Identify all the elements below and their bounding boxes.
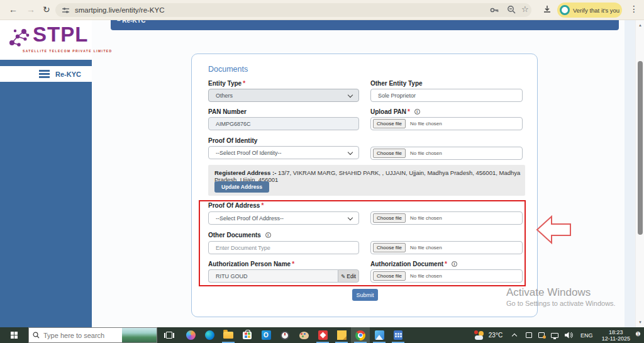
page-scrollbar[interactable]: ▲ ▼	[635, 20, 644, 327]
pencil-icon: ✎	[341, 273, 345, 279]
taskbar-app-edge[interactable]	[200, 327, 219, 343]
clock-app-icon	[280, 331, 289, 340]
authorization-document-file-input[interactable]: Choose file No file chosen	[370, 269, 523, 283]
authorization-person-name-group: ✎ Edit	[208, 269, 359, 283]
tray-expand-icon[interactable]	[512, 334, 517, 339]
verify-profile-button[interactable]: Verify that it's you	[557, 3, 622, 18]
page-right-gutter	[625, 20, 635, 327]
update-address-button[interactable]: Update Address	[214, 181, 269, 193]
system-tray: 23°C ENG 18:23 12-11-2025 1	[471, 327, 644, 343]
choose-file-button[interactable]: Choose file	[373, 119, 406, 128]
page-header-bar: – Re-KYC	[111, 20, 619, 30]
taskbar-app-paint[interactable]	[294, 327, 313, 343]
stpl-logo-icon	[6, 25, 31, 50]
red-app-icon	[318, 330, 328, 340]
microsoft-store-icon	[243, 332, 252, 339]
chevron-down-icon	[348, 150, 353, 155]
activate-windows-watermark-subtitle: Go to Settings to activate Windows.	[506, 300, 616, 307]
taskbar-app-calculator[interactable]	[389, 327, 408, 343]
paint-icon	[299, 332, 309, 339]
file-status-text: No file chosen	[410, 273, 442, 279]
zoom-icon[interactable]	[507, 5, 516, 14]
search-input[interactable]	[43, 332, 122, 339]
proof-of-address-file-input[interactable]: Choose file No file chosen	[370, 211, 523, 225]
other-documents-file-input[interactable]: Choose file No file chosen	[370, 241, 523, 254]
page-header-title: – Re-KYC	[117, 20, 619, 24]
other-entity-type-label: Other Entity Type	[370, 80, 423, 87]
info-icon[interactable]: i	[452, 261, 457, 267]
start-button[interactable]	[0, 327, 28, 343]
forward-button[interactable]: →	[26, 4, 35, 14]
tray-app-window-icon[interactable]	[526, 332, 532, 338]
info-icon[interactable]: i	[265, 232, 271, 238]
tray-alert-icon[interactable]	[538, 332, 545, 338]
sidebar-body	[0, 82, 92, 327]
photos-icon	[375, 330, 384, 340]
bookmark-star-icon[interactable]: ☆	[521, 4, 529, 14]
verify-label: Verify that it's you	[573, 7, 619, 14]
entity-type-select[interactable]: Others	[208, 89, 359, 102]
address-bar[interactable]: smartping.live/entity/re-KYC	[55, 3, 531, 17]
submit-button[interactable]: Submit	[352, 289, 378, 301]
choose-file-button[interactable]: Choose file	[373, 271, 406, 281]
taskbar-app-store[interactable]	[238, 327, 257, 343]
calculator-icon	[394, 330, 402, 340]
taskbar-app-outlook[interactable]: O	[257, 327, 275, 343]
taskbar-app-photos[interactable]	[370, 327, 389, 343]
windows-logo-icon	[11, 332, 18, 339]
search-highlight-image[interactable]	[122, 328, 157, 342]
choose-file-button[interactable]: Choose file	[373, 243, 406, 252]
download-icon[interactable]	[542, 4, 552, 14]
browser-menu-icon[interactable]: ⋮	[630, 4, 638, 14]
reload-button[interactable]: ↻	[43, 4, 50, 14]
file-status-text: No file chosen	[410, 150, 442, 156]
profile-avatar	[560, 5, 570, 15]
taskbar-app-copilot[interactable]	[181, 327, 200, 343]
back-button[interactable]: ←	[9, 4, 18, 14]
edge-icon	[205, 330, 214, 340]
taskbar-clock[interactable]: 18:23 12-11-2025	[602, 329, 630, 342]
taskbar-app-red[interactable]	[313, 327, 332, 343]
authorization-person-name-input[interactable]	[208, 269, 338, 283]
taskbar-app-file-explorer[interactable]	[219, 327, 238, 343]
site-info-icon[interactable]	[62, 6, 70, 14]
edit-button[interactable]: ✎ Edit	[338, 269, 359, 283]
password-key-icon[interactable]	[489, 5, 499, 15]
proof-of-identity-file-input[interactable]: Choose file No file chosen	[370, 147, 523, 160]
other-documents-input[interactable]	[208, 241, 359, 254]
info-icon[interactable]: i	[414, 109, 420, 115]
pan-number-label: PAN Number	[208, 108, 247, 115]
taskbar-app-chrome[interactable]	[351, 327, 370, 343]
authorization-person-name-label: Authorization Person Name*	[208, 261, 294, 267]
choose-file-button[interactable]: Choose file	[373, 213, 406, 223]
task-view-icon[interactable]	[164, 332, 174, 339]
taskbar-weather[interactable]: 23°C	[471, 331, 506, 340]
scroll-up-icon[interactable]: ▲	[636, 23, 644, 27]
sidebar-item-rekyc[interactable]: Re-KYC	[0, 66, 92, 82]
file-status-text: No file chosen	[410, 245, 442, 250]
network-icon[interactable]	[551, 333, 558, 338]
authorization-document-label: Authorization Document* i	[370, 261, 457, 267]
language-indicator[interactable]: ENG	[580, 332, 593, 339]
volume-icon[interactable]	[565, 332, 573, 339]
stpl-logo-subtitle: SATELLITE TELECOM PRIVATE LIMITED	[23, 49, 113, 53]
entity-type-label: Entity Type*	[208, 80, 245, 87]
taskbar-app-clock[interactable]	[275, 327, 294, 343]
registered-address-box: Registered Address :- 13/7, VIKRAM MARG,…	[208, 165, 525, 196]
other-entity-type-input[interactable]	[370, 89, 523, 102]
taskbar-time: 18:23	[602, 329, 630, 335]
proof-of-address-select[interactable]: --Select Proof Of Address--	[208, 211, 359, 225]
scrollbar-thumb[interactable]	[638, 61, 643, 235]
taskbar-app-sticky-notes[interactable]	[332, 327, 351, 343]
sidebar-accent-strip	[0, 60, 92, 66]
proof-of-identity-select[interactable]: --Select Proof Of Identity--	[208, 146, 359, 159]
taskbar-search[interactable]	[28, 327, 157, 343]
choose-file-button[interactable]: Choose file	[373, 149, 406, 158]
pan-number-input[interactable]	[208, 117, 359, 130]
hamburger-icon[interactable]	[39, 70, 50, 78]
scroll-down-icon[interactable]: ▼	[636, 320, 644, 324]
taskbar-date: 12-11-2025	[602, 335, 630, 342]
chevron-down-icon	[348, 215, 353, 220]
chevron-down-icon	[348, 93, 353, 98]
upload-pan-file-input[interactable]: Choose file No file chosen	[370, 117, 523, 130]
